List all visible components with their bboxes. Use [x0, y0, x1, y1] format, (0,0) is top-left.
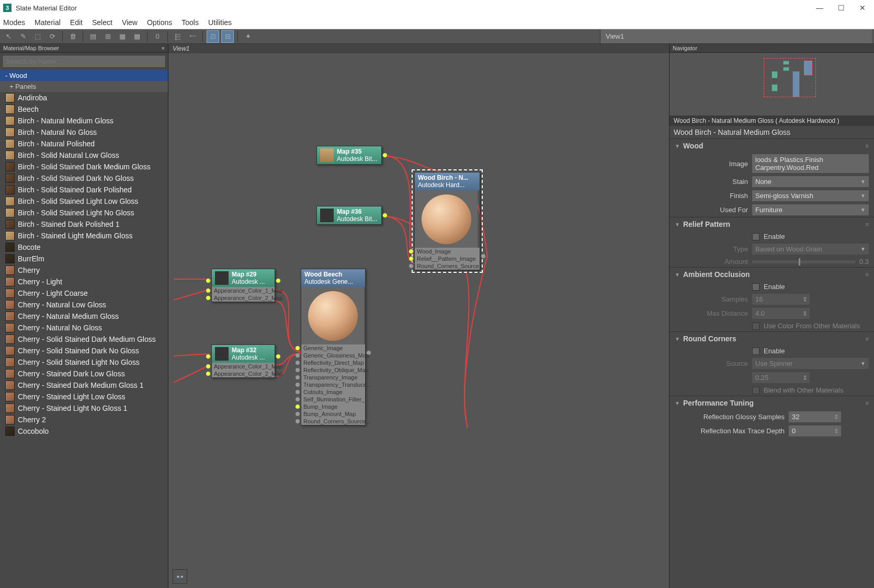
slot[interactable]: Round_Corners_Source... — [301, 418, 365, 425]
material-item[interactable]: Cocobolo — [0, 425, 168, 437]
port-in[interactable] — [295, 404, 300, 409]
material-item[interactable]: Birch - Solid Stained Dark No Gloss — [0, 172, 168, 184]
navigator-canvas[interactable] — [669, 53, 874, 116]
slot[interactable]: Reflectivity_Oblique_Map — [301, 366, 365, 374]
node-wood-beech[interactable]: Wood BeechAutodesk Gene... Generic_Image… — [301, 269, 366, 425]
port-in[interactable] — [206, 354, 211, 359]
material-item[interactable]: Cherry - Light — [0, 276, 168, 287]
browser-tree[interactable]: - Wood + Panels AndirobaBeechBirch - Nat… — [0, 70, 168, 588]
menu-edit[interactable]: Edit — [70, 18, 83, 27]
material-item[interactable]: Birch - Natural No Gloss — [0, 126, 168, 138]
section-perf[interactable]: Performance Tuning≡ — [669, 396, 874, 410]
checker-icon[interactable]: ▩ — [131, 30, 143, 43]
material-item[interactable]: Cherry — [0, 264, 168, 276]
slot[interactable]: Self_Illumination_Filter_... — [301, 396, 365, 403]
rollup-menu-icon[interactable]: ≡ — [866, 221, 869, 227]
port-in[interactable] — [295, 411, 300, 417]
menu-utilities[interactable]: Utilities — [208, 18, 232, 27]
port-in[interactable] — [206, 364, 211, 369]
browser-close-icon[interactable]: × — [162, 45, 165, 51]
minimize-button[interactable]: — — [816, 4, 823, 12]
sparkle-icon[interactable]: ✦ — [242, 30, 254, 43]
material-item[interactable]: Cherry - Natural Medium Gloss — [0, 310, 168, 322]
port-in[interactable] — [206, 371, 211, 376]
material-item[interactable]: Beech — [0, 103, 168, 115]
port-in[interactable] — [295, 367, 300, 373]
slot[interactable]: Appearance_Color_1_Map — [212, 363, 275, 370]
material-item[interactable]: Cherry - Solid Stained Dark Medium Gloss — [0, 333, 168, 345]
node-map29[interactable]: Map #29Autodesk ... Appearance_Color_1_M… — [211, 269, 275, 302]
section-ao[interactable]: Ambient Occlusion≡ — [669, 268, 874, 281]
corners-enable-checkbox[interactable] — [752, 348, 759, 355]
port-out[interactable] — [382, 213, 388, 218]
port-in[interactable] — [295, 345, 300, 351]
maximize-button[interactable]: ☐ — [838, 4, 845, 12]
close-button[interactable]: ✕ — [859, 4, 866, 12]
port-out[interactable] — [276, 278, 281, 283]
section-relief[interactable]: Relief Pattern≡ — [669, 217, 874, 231]
slot[interactable]: Round_Corners_Source... — [415, 262, 480, 270]
node-canvas[interactable]: View1 Map #35Autodesk Bit... Map — [168, 44, 669, 588]
material-item[interactable]: Cherry 2 — [0, 414, 168, 425]
material-item[interactable]: Cherry - Stained Dark Low Gloss — [0, 368, 168, 379]
slot[interactable]: Appearance_Color_2_Map — [212, 294, 275, 302]
slot[interactable]: Bump_Amount_Map — [301, 410, 365, 418]
material-item[interactable]: Birch - Stained Dark Polished 1 — [0, 218, 168, 230]
view-tab[interactable]: View1 — [600, 29, 872, 43]
material-item[interactable]: Birch - Solid Stained Dark Polished — [0, 184, 168, 195]
menu-tools[interactable]: Tools — [181, 18, 199, 27]
grid-b-icon[interactable]: ⊟ — [221, 30, 234, 43]
show-map-icon[interactable]: ▦ — [116, 30, 129, 43]
node-map36[interactable]: Map #36Autodesk Bit... — [316, 206, 382, 225]
node-map35[interactable]: Map #35Autodesk Bit... — [316, 146, 382, 165]
slot[interactable]: Generic_Image — [301, 344, 365, 352]
finish-dropdown[interactable]: Semi-gloss Varnish — [752, 190, 869, 201]
material-item[interactable]: Andiroba — [0, 92, 168, 103]
material-item[interactable]: Birch - Natural Polished — [0, 138, 168, 149]
relief-enable-checkbox[interactable] — [752, 233, 759, 240]
delete-icon[interactable]: 🗑 — [66, 30, 79, 43]
port-in[interactable] — [206, 278, 211, 283]
port-in[interactable] — [408, 263, 414, 269]
port-in[interactable] — [206, 295, 211, 301]
menu-material[interactable]: Material — [35, 18, 61, 27]
image-field[interactable]: loods & Plastics.Finish Carpentry.Wood.R… — [752, 154, 869, 173]
material-item[interactable]: Cherry - Solid Stained Light No Gloss — [0, 356, 168, 368]
slot[interactable]: Reflectivity_Direct_Map — [301, 359, 365, 366]
rollup-menu-icon[interactable]: ≡ — [866, 400, 869, 406]
ao-enable-checkbox[interactable] — [752, 283, 759, 291]
material-item[interactable]: Birch - Solid Stained Dark Medium Gloss — [0, 161, 168, 172]
node-wood-birch[interactable]: Wood Birch - N...Autodesk Hard... Wood_I… — [414, 172, 480, 270]
port-in[interactable] — [295, 397, 300, 402]
rollup-menu-icon[interactable]: ≡ — [866, 271, 869, 278]
graph-icon[interactable]: ⊞ — [101, 30, 114, 43]
hierarchy-icon[interactable]: ⬱ — [172, 30, 184, 43]
port-in[interactable] — [295, 419, 300, 424]
search-input[interactable] — [2, 55, 166, 68]
material-item[interactable]: Cherry - Solid Stained Dark No Gloss — [0, 345, 168, 356]
section-corners[interactable]: Round Corners≡ — [669, 332, 874, 345]
arrow-icon[interactable]: ↖ — [2, 30, 15, 43]
layout-icon[interactable]: ▤ — [87, 30, 99, 43]
port-in[interactable] — [206, 288, 211, 293]
material-item[interactable]: Cherry - Stained Light Low Gloss — [0, 391, 168, 402]
refresh-icon[interactable]: ⟳ — [46, 30, 59, 43]
slot[interactable]: Transparency_Image — [301, 374, 365, 381]
port-out[interactable] — [276, 354, 281, 359]
usedfor-dropdown[interactable]: Furniture — [752, 204, 869, 215]
glossy-spinner[interactable]: 32 — [789, 411, 841, 422]
port-in[interactable] — [295, 382, 300, 387]
binoculars-icon[interactable]: 👓 — [173, 569, 187, 584]
port-in[interactable] — [408, 249, 414, 254]
material-item[interactable]: BurrElm — [0, 253, 168, 264]
depth-spinner[interactable]: 0 — [789, 425, 841, 436]
port-out[interactable] — [481, 253, 486, 259]
material-item[interactable]: Cherry - Natural Low Gloss — [0, 299, 168, 310]
port-in[interactable] — [295, 353, 300, 358]
slot[interactable]: Relief__Pattern_Image — [415, 255, 480, 262]
subcategory-panels[interactable]: + Panels — [0, 81, 168, 92]
material-item[interactable]: Cherry - Natural No Gloss — [0, 322, 168, 333]
slot[interactable]: Appearance_Color_2_Map — [212, 370, 275, 377]
tree-icon[interactable]: ⬳ — [186, 30, 199, 43]
material-item[interactable]: Cherry - Stained Light No Gloss 1 — [0, 402, 168, 414]
